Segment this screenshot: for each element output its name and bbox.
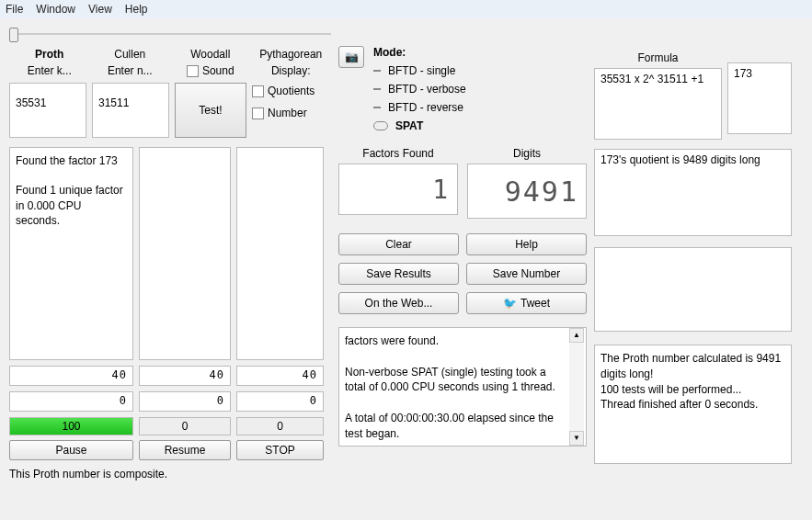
factors-title: Factors Found [338,147,458,160]
label-sound: Sound [202,64,234,77]
tab-pythagorean[interactable]: Pythagorean [251,46,332,62]
checkbox-sound[interactable] [187,65,199,77]
slider-thumb[interactable] [9,28,18,42]
label-number: Number [268,107,307,119]
checkbox-number[interactable] [252,107,264,119]
quotient-box: 173's quotient is 9489 digits long [594,149,792,236]
mode-spat[interactable]: SPAT [373,119,587,132]
progress-a: 100 [9,417,133,435]
segment-c: 40 [236,366,324,386]
stop-button[interactable]: STOP [236,440,324,460]
mode-title: Mode: [373,46,587,59]
camera-button[interactable]: 📷 [338,46,364,68]
menu-help[interactable]: Help [125,3,148,16]
menu-bar: File Window View Help [0,0,812,18]
save-results-button[interactable]: Save Results [338,263,459,285]
digits-display: 9491 [467,164,587,219]
log-box-3 [236,147,324,360]
mode-bftd-reverse[interactable]: BFTD - reverse [373,101,587,114]
resume-button[interactable]: Resume [139,440,231,460]
tweet-button[interactable]: 🐦Tweet [466,292,587,314]
input-k[interactable]: 35531 [9,83,86,138]
input-n[interactable]: 31511 [92,83,169,138]
formula-box: 35531 x 2^ 31511 +1 [594,68,722,140]
progress-b: 0 [139,417,231,435]
clear-button[interactable]: Clear [338,233,459,255]
log-box-1: Found the factor 173 Found 1 unique fact… [9,147,133,360]
log-box-2 [139,147,231,360]
label-enter-n: Enter n... [90,62,171,83]
segment-d: 0 [9,391,133,412]
scroll-down-icon[interactable]: ▼ [569,431,584,446]
label-quotients: Quotients [268,85,315,97]
pause-button[interactable]: Pause [9,440,133,460]
checkbox-quotients[interactable] [252,85,264,97]
menu-window[interactable]: Window [36,3,75,16]
blank-box [594,247,792,332]
save-number-button[interactable]: Save Number [466,263,587,285]
top-slider[interactable] [9,33,331,35]
mode-bftd-verbose[interactable]: BFTD - verbose [373,83,587,96]
result-log[interactable]: factors were found. Non-verbose SPAT (si… [338,327,587,447]
status-bar: This Proth number is composite. [0,464,812,484]
tab-proth[interactable]: Proth [9,46,90,62]
test-button[interactable]: Test! [175,83,246,138]
summary-box: The Proth number calculated is 9491 digi… [594,345,792,464]
help-button[interactable]: Help [466,233,587,255]
number-box: 173 [727,62,792,134]
formula-title: Formula [594,51,722,64]
twitter-icon: 🐦 [503,297,517,310]
label-enter-k: Enter k... [9,62,90,83]
progress-c: 0 [236,417,324,435]
menu-view[interactable]: View [88,3,112,16]
tab-cullen[interactable]: Cullen [90,46,171,62]
scroll-up-icon[interactable]: ▲ [569,328,584,343]
segment-f: 0 [236,391,324,412]
scrollbar[interactable]: ▲ ▼ [569,328,584,446]
on-the-web-button[interactable]: On the Web... [338,292,459,314]
camera-icon: 📷 [345,51,359,63]
mode-bftd-single[interactable]: BFTD - single [373,64,587,77]
menu-file[interactable]: File [6,3,23,16]
segment-b: 40 [139,366,231,386]
digits-title: Digits [467,147,587,160]
segment-e: 0 [139,391,231,412]
segment-a: 40 [9,366,133,386]
factors-display: 1 [338,164,458,215]
label-display: Display: [251,62,332,83]
tab-woodall[interactable]: Woodall [170,46,251,62]
